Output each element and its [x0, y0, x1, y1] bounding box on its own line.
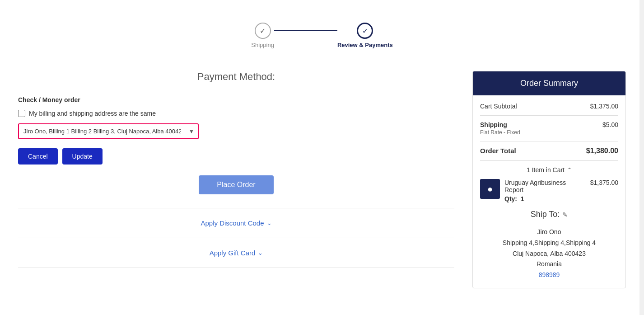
discount-code-accordion[interactable]: Apply Discount Code ⌄	[18, 213, 454, 233]
summary-divider-2	[480, 141, 618, 141]
order-summary-header: Order Summary	[473, 71, 625, 95]
items-in-cart-row[interactable]: 1 Item in Cart ⌃	[480, 166, 618, 174]
gift-card-chevron-icon: ⌄	[258, 249, 263, 256]
progress-bar: ✓ Shipping ✓ Review & Payments	[18, 23, 626, 48]
edit-shipping-icon[interactable]: ✎	[562, 211, 568, 218]
place-order-button[interactable]: Place Order	[199, 175, 273, 194]
left-panel: Payment Method: Check / Money order My b…	[18, 71, 454, 273]
divider-1	[18, 208, 454, 208]
billing-same-row: My billing and shipping address are the …	[18, 110, 454, 117]
cart-subtotal-label: Cart Subtotal	[480, 103, 517, 110]
divider-3	[18, 268, 454, 268]
items-in-cart-label: 1 Item in Cart	[527, 166, 565, 174]
summary-divider-3	[480, 160, 618, 161]
address-select-arrow-icon: ▼	[185, 128, 198, 135]
product-qty-label: Qty:	[504, 195, 517, 202]
gift-card-accordion[interactable]: Apply Gift Card ⌄	[18, 243, 454, 263]
order-total-label: Order Total	[480, 147, 516, 155]
billing-same-checkbox[interactable]	[18, 110, 25, 117]
step-review: ✓ Review & Payments	[337, 23, 393, 48]
ship-to-header: Ship To: ✎	[480, 210, 618, 219]
gift-card-label: Apply Gift Card	[210, 249, 256, 257]
ship-to-divider	[480, 223, 618, 223]
items-in-cart-chevron-icon: ⌃	[567, 167, 572, 173]
ship-name: Jiro Ono	[480, 227, 618, 238]
payment-type-label: Check / Money order	[18, 96, 454, 103]
product-name: Uruguay Agribusiness Report	[504, 179, 586, 193]
shipping-step-circle: ✓	[255, 23, 271, 39]
scrollbar[interactable]	[639, 0, 644, 297]
ship-to-title: Ship To:	[531, 210, 560, 219]
ship-phone: 898989	[480, 270, 618, 281]
billing-same-label: My billing and shipping address are the …	[29, 110, 156, 117]
step-shipping: ✓ Shipping	[251, 23, 274, 48]
order-total-row: Order Total $1,380.00	[480, 147, 618, 155]
shipping-row: Shipping Flat Rate - Fixed $5.00	[480, 121, 618, 136]
order-total-value: $1,380.00	[586, 147, 618, 155]
ship-to-address: Jiro Ono Shipping 4,Shipping 4,Shipping …	[480, 227, 618, 281]
product-qty: Qty: 1	[504, 195, 586, 202]
progress-line	[274, 30, 337, 31]
main-layout: Payment Method: Check / Money order My b…	[18, 71, 626, 288]
shipping-label-group: Shipping Flat Rate - Fixed	[480, 121, 520, 136]
update-button[interactable]: Update	[62, 148, 103, 165]
ship-address1: Shipping 4,Shipping 4,Shipping 4	[480, 238, 618, 249]
ship-country: Romania	[480, 259, 618, 270]
product-qty-value: 1	[521, 195, 524, 202]
product-thumb-icon: ●	[487, 184, 493, 194]
review-step-label: Review & Payments	[337, 42, 393, 48]
divider-2	[18, 238, 454, 238]
review-step-circle: ✓	[357, 23, 373, 39]
order-summary-panel: Order Summary Cart Subtotal $1,375.00 Sh…	[472, 71, 626, 288]
payment-method-title: Payment Method:	[18, 71, 454, 83]
shipping-value: $5.00	[602, 121, 618, 128]
cancel-button[interactable]: Cancel	[18, 148, 58, 165]
product-price: $1,375.00	[590, 179, 618, 186]
ship-city: Cluj Napoca, Alba 400423	[480, 249, 618, 259]
cart-subtotal-row: Cart Subtotal $1,375.00	[480, 103, 618, 110]
cart-item-row: ● Uruguay Agribusiness Report Qty: 1 $1,…	[480, 179, 618, 202]
cart-subtotal-value: $1,375.00	[590, 103, 618, 110]
address-select[interactable]: Jiro Ono, Billing 1 Billing 2 Billing 3,…	[19, 124, 185, 138]
place-order-wrapper: Place Order	[18, 175, 454, 194]
discount-chevron-icon: ⌄	[267, 220, 272, 226]
product-thumbnail: ●	[480, 179, 500, 199]
shipping-type-label: Flat Rate - Fixed	[480, 129, 520, 136]
shipping-label: Shipping	[480, 121, 520, 128]
address-select-wrapper[interactable]: Jiro Ono, Billing 1 Billing 2 Billing 3,…	[18, 123, 199, 139]
ship-to-section: Ship To: ✎ Jiro Ono Shipping 4,Shipping …	[480, 210, 618, 281]
summary-body: Cart Subtotal $1,375.00 Shipping Flat Ra…	[473, 95, 625, 288]
shipping-step-label: Shipping	[251, 42, 274, 48]
action-buttons: Cancel Update	[18, 148, 454, 165]
product-info: Uruguay Agribusiness Report Qty: 1	[504, 179, 586, 202]
summary-divider-1	[480, 115, 618, 116]
discount-code-label: Apply Discount Code	[201, 219, 264, 227]
